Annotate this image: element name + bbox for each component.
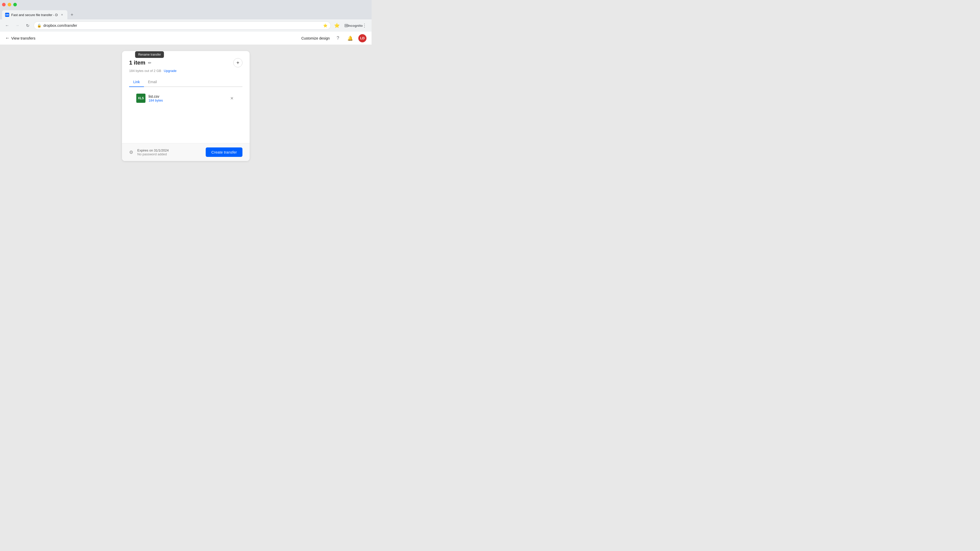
tab-favicon: DB	[5, 13, 9, 17]
bookmark-icon[interactable]: ⭐	[333, 21, 341, 30]
file-type-icon: XLS	[136, 94, 145, 103]
maximize-window-button[interactable]: +	[13, 3, 17, 6]
address-bar[interactable]: 🔒 dropbox.com/transfer ⭐	[34, 21, 331, 30]
tab-close-button[interactable]: ×	[60, 13, 64, 17]
address-text: dropbox.com/transfer	[43, 24, 321, 27]
password-info: No password added	[137, 152, 202, 156]
browser-chrome: × – + DB Fast and secure file transfer -…	[0, 0, 372, 32]
file-item: XLS list.csv 184 bytes ✕	[129, 91, 242, 105]
settings-icon[interactable]: ⚙	[129, 149, 133, 155]
card-subtitle: 184 bytes out of 2 GB Upgrade	[129, 69, 242, 73]
customize-design-button[interactable]: Customize design	[301, 36, 330, 40]
new-tab-button[interactable]: +	[68, 11, 76, 18]
menu-icon[interactable]: ⋮	[360, 21, 369, 30]
main-content: 1 item ✏ Rename transfer + 184 bytes out…	[0, 45, 372, 208]
minimize-window-button[interactable]: –	[8, 3, 11, 6]
transfer-card: 1 item ✏ Rename transfer + 184 bytes out…	[122, 51, 250, 161]
tabs: Link Email	[129, 77, 242, 87]
tab-bar: DB Fast and secure file transfer - D × +	[0, 9, 372, 19]
file-name: list.csv	[148, 94, 225, 98]
storage-info: 184 bytes out of 2 GB	[129, 69, 161, 73]
back-button[interactable]: ←	[3, 21, 11, 30]
forward-button[interactable]: →	[13, 21, 21, 30]
card-body: 1 item ✏ Rename transfer + 184 bytes out…	[122, 51, 250, 143]
toolbar: ← → ↻ 🔒 dropbox.com/transfer ⭐ ⭐ ⊞ Incog…	[0, 19, 372, 32]
card-title: 1 item	[129, 59, 145, 66]
header-right: Customize design ? 🔔 LD	[301, 34, 366, 42]
incognito-label: Incognito	[351, 21, 360, 30]
file-info: list.csv 184 bytes	[148, 94, 225, 102]
app-header: ← View transfers Customize design ? 🔔 LD	[0, 32, 372, 45]
card-footer: ⚙ Expires on 31/1/2024 No password added…	[122, 143, 250, 161]
avatar[interactable]: LD	[358, 34, 366, 42]
expiry-info: Expires on 31/1/2024	[137, 148, 202, 152]
card-title-row: 1 item ✏ Rename transfer +	[129, 58, 242, 67]
help-icon[interactable]: ?	[334, 34, 342, 42]
file-list: XLS list.csv 184 bytes ✕	[129, 87, 242, 143]
tab-email[interactable]: Email	[144, 77, 161, 87]
add-file-button[interactable]: +	[233, 58, 242, 67]
tab-title: Fast and secure file transfer - D	[11, 13, 58, 17]
back-link[interactable]: ← View transfers	[5, 35, 35, 41]
create-transfer-button[interactable]: Create transfer	[206, 148, 242, 157]
active-tab[interactable]: DB Fast and secure file transfer - D ×	[2, 10, 67, 19]
file-remove-button[interactable]: ✕	[228, 95, 235, 102]
close-window-button[interactable]: ×	[2, 3, 6, 6]
back-link-label: View transfers	[11, 36, 35, 40]
back-arrow-icon: ←	[5, 35, 10, 41]
notifications-icon[interactable]: 🔔	[346, 34, 354, 42]
edit-icon[interactable]: ✏	[148, 60, 151, 65]
rename-tooltip: Rename transfer	[135, 51, 164, 58]
edit-icon-wrap: ✏ Rename transfer	[148, 60, 151, 65]
reload-button[interactable]: ↻	[24, 21, 32, 30]
file-size: 184 bytes	[148, 98, 225, 102]
title-bar: × – +	[0, 0, 372, 9]
tab-link[interactable]: Link	[129, 77, 144, 87]
footer-info: Expires on 31/1/2024 No password added	[137, 148, 202, 156]
upgrade-link[interactable]: Upgrade	[164, 69, 177, 73]
toolbar-right: ⭐ ⊞ Incognito ⋮	[333, 21, 369, 30]
window-controls: × – +	[2, 3, 17, 6]
